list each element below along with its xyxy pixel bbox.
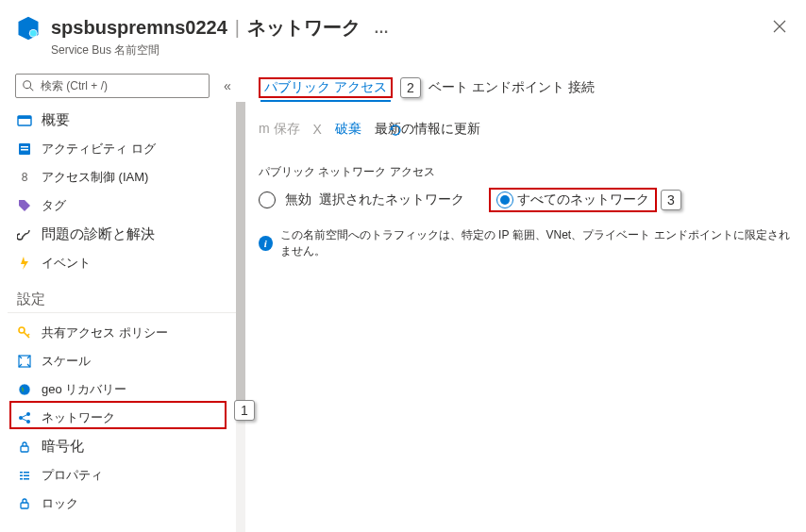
sidebar-item-label: ロック [42, 495, 78, 512]
sidebar-item-encryption[interactable]: 暗号化 [8, 432, 243, 461]
sidebar-item-label: ネットワーク [42, 409, 115, 426]
svg-rect-8 [21, 149, 28, 151]
info-icon: i [259, 236, 273, 251]
close-button[interactable] [768, 15, 791, 38]
svg-rect-23 [20, 478, 23, 480]
public-network-access-label: パブリック ネットワーク アクセス [259, 164, 791, 180]
tag-icon [17, 198, 32, 213]
scale-icon [17, 354, 32, 369]
refresh-icon [388, 123, 403, 138]
svg-rect-21 [20, 475, 23, 477]
sidebar-item-label: 共有アクセス ポリシー [42, 324, 168, 341]
sidebar-item-label: イベント [42, 255, 91, 272]
radio-disabled[interactable] [259, 191, 276, 208]
tab-public-access[interactable]: パブリック アクセス [260, 74, 391, 102]
sidebar-item-label: 概要 [42, 111, 70, 129]
command-bar: m 保存 X 破棄 最新の情報に更新 [259, 121, 791, 138]
svg-rect-18 [21, 446, 28, 452]
sidebar-item-label: アクティビティ ログ [42, 141, 156, 158]
sidebar-item-tags[interactable]: タグ [8, 191, 243, 220]
radio-disabled-label: 無効 [285, 191, 311, 208]
activity-log-icon [17, 141, 32, 157]
globe-icon [17, 382, 32, 397]
svg-line-11 [27, 334, 29, 336]
annotation-box-2: パブリック アクセス [259, 77, 393, 98]
radio-all-networks[interactable] [496, 191, 513, 208]
sidebar-scrollbar[interactable] [236, 102, 245, 532]
save-label: 保存 [274, 121, 300, 136]
iam-icon: 8 [17, 170, 32, 185]
sidebar-item-geo[interactable]: geo リカバリー [8, 375, 243, 404]
save-icon: m [259, 121, 270, 136]
callout-2: 2 [400, 77, 421, 98]
svg-rect-22 [24, 475, 29, 477]
svg-rect-19 [20, 472, 23, 474]
svg-line-3 [30, 88, 34, 91]
sidebar-item-label: アクセス制御 (IAM) [42, 169, 148, 186]
sidebar-item-iam[interactable]: 8 アクセス制御 (IAM) [8, 163, 243, 191]
info-message: i この名前空間へのトラフィックは、特定の IP 範囲、VNet、プライベート … [259, 227, 791, 259]
svg-rect-7 [21, 146, 28, 148]
sidebar-item-label: geo リカバリー [42, 381, 126, 398]
svg-rect-20 [24, 472, 29, 474]
key-icon [17, 325, 32, 341]
svg-rect-24 [24, 478, 29, 480]
search-input[interactable]: 検索 (Ctrl + /) [15, 74, 210, 98]
discard-x-icon: X [313, 122, 322, 137]
sidebar-item-properties[interactable]: プロパティ [8, 461, 243, 490]
collapse-sidebar-button[interactable]: « [219, 77, 236, 94]
sidebar: 検索 (Ctrl + /) « 概要 アクティビティ ログ 8 アクセス制御 (… [0, 66, 243, 518]
sidebar-item-label: スケール [42, 353, 91, 370]
diagnose-icon [17, 227, 32, 242]
sidebar-item-activity[interactable]: アクティビティ ログ [8, 135, 243, 163]
sidebar-item-label: タグ [42, 197, 66, 214]
lock-icon [17, 440, 32, 455]
svg-rect-25 [21, 503, 28, 508]
annotation-box-3: すべてのネットワーク [489, 188, 657, 212]
sidebar-item-scale[interactable]: スケール [8, 347, 243, 375]
refresh-button[interactable]: 最新の情報に更新 [375, 121, 480, 138]
tab-bar: パブリック アクセス 2 ベート エンドポイント 接続 [259, 74, 791, 102]
page-name: ネットワーク [247, 15, 361, 41]
sidebar-section-settings: 設定 [8, 277, 236, 313]
resource-name: spsbuspremns0224 [51, 17, 227, 39]
sidebar-item-overview[interactable]: 概要 [8, 106, 243, 135]
sidebar-item-locks[interactable]: ロック [8, 490, 243, 518]
network-icon [17, 410, 32, 425]
public-network-radio-group: 無効 選択されたネットワーク すべてのネットワーク 3 [259, 188, 791, 212]
svg-point-2 [24, 81, 31, 89]
info-text: この名前空間へのトラフィックは、特定の IP 範囲、VNet、プライベート エン… [280, 227, 791, 259]
callout-3: 3 [661, 190, 681, 210]
lock-list-icon [17, 496, 32, 511]
sidebar-item-network[interactable]: ネットワーク [8, 404, 243, 432]
search-icon [22, 79, 35, 92]
page-title: spsbuspremns0224 | ネットワーク … [51, 15, 768, 41]
main-content: パブリック アクセス 2 ベート エンドポイント 接続 m 保存 X 破棄 最新… [243, 66, 806, 518]
resource-type-label: Service Bus 名前空間 [51, 42, 768, 58]
sidebar-item-label: 暗号化 [42, 438, 84, 456]
svg-point-1 [30, 30, 37, 37]
more-button[interactable]: … [374, 20, 389, 37]
sidebar-item-shared-access[interactable]: 共有アクセス ポリシー [8, 319, 243, 347]
overview-icon [17, 113, 32, 128]
page-header: spsbuspremns0224 | ネットワーク … Service Bus … [0, 0, 806, 66]
sidebar-item-label: プロパティ [42, 467, 103, 484]
tab-private-endpoint[interactable]: ベート エンドポイント 接続 [425, 74, 598, 102]
servicebus-icon [15, 15, 42, 42]
callout-1: 1 [234, 400, 255, 421]
save-button[interactable]: m 保存 [259, 121, 300, 138]
radio-all-label: すべてのネットワーク [517, 191, 649, 208]
sidebar-item-events[interactable]: イベント [8, 249, 243, 277]
discard-button[interactable]: 破棄 [335, 121, 361, 138]
svg-rect-5 [18, 116, 31, 119]
sidebar-item-label: 問題の診断と解決 [42, 225, 155, 243]
events-icon [17, 256, 32, 271]
sidebar-item-diagnose[interactable]: 問題の診断と解決 [8, 220, 243, 249]
title-separator: | [235, 17, 240, 39]
radio-selected-label: 選択されたネットワーク [319, 191, 464, 208]
search-placeholder: 検索 (Ctrl + /) [41, 78, 108, 94]
properties-icon [17, 468, 32, 483]
